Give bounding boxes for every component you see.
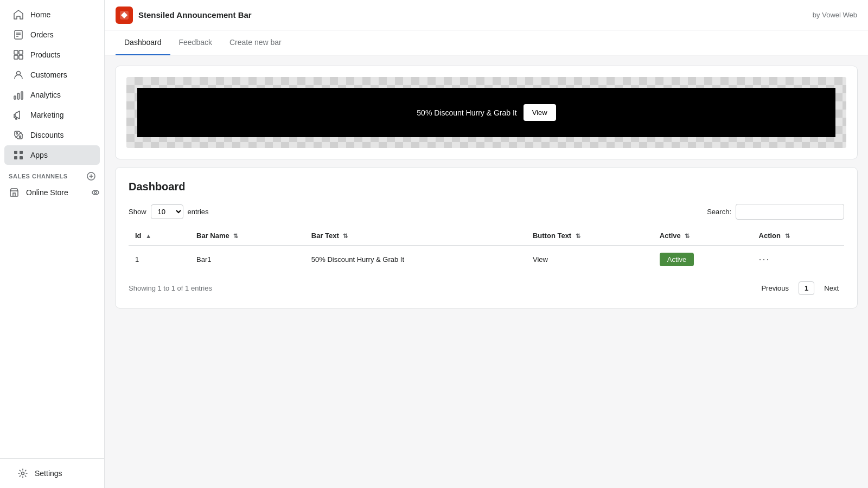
table-head: Id ▲ Bar Name ⇅ Bar Text ⇅ Button Text ⇅: [129, 226, 844, 246]
sidebar-item-discounts-label: Discounts: [30, 131, 63, 139]
tab-feedback[interactable]: Feedback: [170, 30, 221, 55]
svg-rect-9: [14, 96, 16, 99]
col-bar-text[interactable]: Bar Text ⇅: [305, 226, 526, 246]
show-entries-control: Show 10 25 50 100 entries: [129, 204, 209, 219]
cell-button-text: View: [526, 246, 653, 273]
home-icon: [13, 9, 24, 20]
preview-black-bar: 50% Discount Hurry & Grab It View: [137, 88, 835, 137]
settings-icon: [17, 468, 28, 479]
previous-button[interactable]: Previous: [756, 282, 794, 294]
next-button[interactable]: Next: [819, 282, 844, 294]
showing-text: Showing 1 to 1 of 1 entries: [129, 284, 212, 292]
cell-action[interactable]: ···: [752, 246, 844, 273]
svg-rect-17: [20, 156, 23, 159]
pagination: Showing 1 to 1 of 1 entries Previous 1 N…: [129, 281, 844, 295]
data-table: Id ▲ Bar Name ⇅ Bar Text ⇅ Button Text ⇅: [129, 226, 844, 273]
app-byline: by Vowel Web: [813, 11, 857, 19]
svg-point-22: [94, 191, 97, 194]
show-label: Show: [129, 208, 146, 216]
col-active[interactable]: Active ⇅: [653, 226, 752, 246]
sidebar-item-settings-label: Settings: [35, 469, 62, 478]
sidebar-nav: Home Orders Pr: [0, 0, 104, 458]
sidebar-item-orders-label: Orders: [30, 30, 54, 39]
preview-banner-wrapper: 50% Discount Hurry & Grab It View: [126, 77, 846, 148]
search-input[interactable]: [736, 204, 844, 220]
page-1-button[interactable]: 1: [799, 281, 814, 295]
pagination-controls: Previous 1 Next: [756, 281, 844, 295]
preview-checkerboard: 50% Discount Hurry & Grab It View: [126, 77, 846, 148]
customers-icon: [13, 69, 24, 80]
svg-rect-10: [18, 93, 20, 99]
cell-id: 1: [129, 246, 190, 273]
sidebar-item-orders[interactable]: Orders: [4, 25, 100, 44]
online-store-eye-icon[interactable]: [91, 188, 100, 197]
col-action[interactable]: Action ⇅: [752, 226, 844, 246]
online-store-label: Online Store: [26, 188, 68, 197]
sidebar-item-customers-label: Customers: [30, 70, 67, 79]
content-area: 50% Discount Hurry & Grab It View Dashbo…: [105, 55, 868, 488]
sidebar-item-online-store[interactable]: Online Store: [0, 183, 104, 202]
svg-rect-6: [14, 55, 18, 59]
sidebar-bottom: Settings: [0, 458, 104, 488]
table-row: 1 Bar1 50% Discount Hurry & Grab It View…: [129, 246, 844, 273]
sort-buttontext-icon: ⇅: [576, 233, 580, 239]
svg-rect-16: [14, 156, 17, 159]
sort-action-icon: ⇅: [785, 233, 790, 239]
svg-rect-5: [19, 50, 23, 54]
cell-active: Active: [653, 246, 752, 273]
sidebar-item-home-label: Home: [30, 10, 50, 19]
table-controls: Show 10 25 50 100 entries Search:: [129, 204, 844, 220]
dashboard-card: Dashboard Show 10 25 50 100 entries Sear…: [116, 168, 857, 308]
tabs-bar: Dashboard Feedback Create new bar: [105, 30, 868, 55]
svg-point-12: [16, 133, 18, 134]
preview-view-button[interactable]: View: [524, 104, 556, 121]
col-bar-name[interactable]: Bar Name ⇅: [190, 226, 305, 246]
svg-rect-15: [20, 151, 23, 154]
active-badge: Active: [660, 253, 694, 266]
sort-bartext-icon: ⇅: [343, 233, 348, 239]
sidebar-item-products[interactable]: Products: [4, 45, 100, 65]
sidebar-item-analytics[interactable]: Analytics: [4, 85, 100, 105]
sidebar-item-discounts[interactable]: Discounts: [4, 125, 100, 145]
tab-dashboard[interactable]: Dashboard: [116, 30, 170, 55]
sidebar-item-customers[interactable]: Customers: [4, 65, 100, 85]
apps-icon: [13, 150, 24, 160]
svg-rect-14: [14, 151, 17, 154]
sort-barname-icon: ⇅: [233, 233, 238, 239]
search-area: Search:: [707, 204, 844, 220]
cell-bar-text: 50% Discount Hurry & Grab It: [305, 246, 526, 273]
entries-select[interactable]: 10 25 50 100: [151, 204, 183, 219]
orders-icon: [13, 29, 24, 40]
sidebar-item-settings[interactable]: Settings: [9, 464, 95, 483]
sales-channels-label: SALES CHANNELS: [9, 173, 68, 179]
svg-rect-4: [14, 50, 18, 54]
col-id[interactable]: Id ▲: [129, 226, 190, 246]
analytics-icon: [13, 89, 24, 100]
discounts-icon: [13, 130, 24, 140]
products-icon: [13, 49, 24, 60]
svg-point-23: [22, 472, 24, 475]
sales-channels-header: SALES CHANNELS: [0, 165, 104, 183]
main-content: Stensiled Announcement Bar by Vowel Web …: [105, 0, 868, 488]
sidebar-item-marketing[interactable]: Marketing: [4, 105, 100, 125]
online-store-icon: [9, 187, 20, 198]
sidebar-item-home[interactable]: Home: [4, 5, 100, 24]
col-button-text[interactable]: Button Text ⇅: [526, 226, 653, 246]
tab-create-new-bar[interactable]: Create new bar: [221, 30, 290, 55]
sidebar-item-products-label: Products: [30, 50, 60, 59]
sidebar-item-marketing-label: Marketing: [30, 111, 63, 119]
add-sales-channel-button[interactable]: [87, 172, 95, 181]
cell-bar-name: Bar1: [190, 246, 305, 273]
sidebar-item-apps-label: Apps: [30, 151, 48, 159]
sort-id-icon: ▲: [145, 233, 151, 239]
svg-rect-11: [21, 92, 23, 99]
svg-point-21: [92, 190, 99, 195]
entries-label: entries: [188, 208, 209, 216]
sidebar-item-apps[interactable]: Apps: [4, 145, 100, 165]
topbar: Stensiled Announcement Bar by Vowel Web: [105, 0, 868, 30]
search-label: Search:: [707, 208, 731, 216]
sidebar: Home Orders Pr: [0, 0, 105, 488]
preview-card: 50% Discount Hurry & Grab It View: [116, 66, 857, 159]
action-menu-button[interactable]: ···: [759, 254, 770, 265]
marketing-icon: [13, 110, 24, 120]
